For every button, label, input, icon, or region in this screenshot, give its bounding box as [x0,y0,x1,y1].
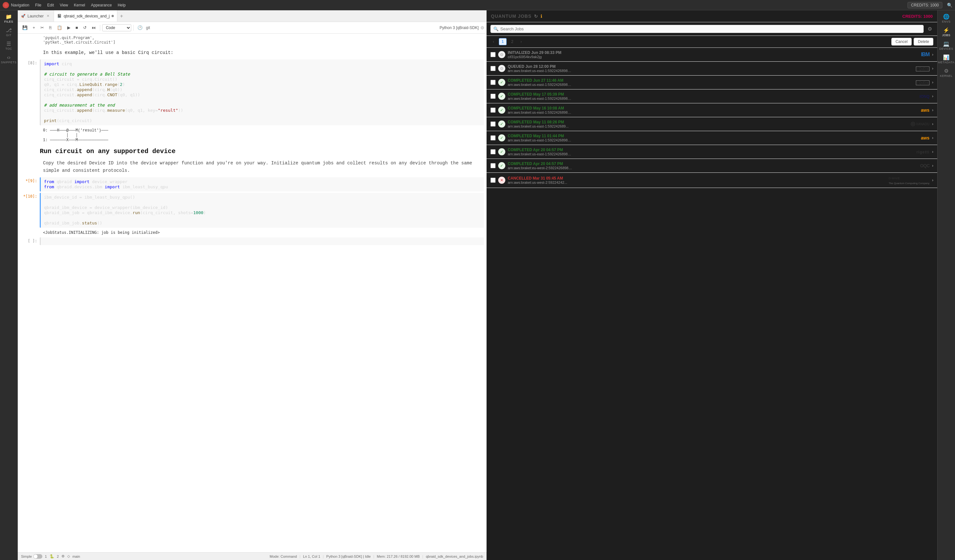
restart-run-button[interactable]: ⏭ [90,24,98,31]
delete-button[interactable]: Delete [914,38,933,45]
cancel-button[interactable]: Cancel [891,38,912,45]
menu-view[interactable]: View [57,2,71,8]
cell-9: *[9]: from qbraid import device_wrapper … [18,177,487,192]
cut-button[interactable]: ✂ [39,24,46,31]
run-button[interactable]: ▶ [65,24,72,31]
sidebar-item-envs[interactable]: 🌐 ENVS [938,12,955,25]
info-icon[interactable]: ℹ [540,14,542,19]
job-4-checkbox[interactable] [490,94,496,99]
menu-kernel[interactable]: Kernel [72,2,88,8]
job-item-4[interactable]: ✓ COMPLETED May 17 05:39 PM arn:aws:brak… [487,89,938,103]
toolbar-sep2 [133,25,133,31]
job-1-checkbox[interactable] [490,52,496,57]
job-2-checkbox[interactable] [490,66,496,71]
job-item-9[interactable]: ✓ COMPLETED Apr 20 04:57 PM arn:aws:brak… [487,159,938,173]
job-item-5[interactable]: ✓ COMPLETED May 16 10:08 AM arn:aws:brak… [487,103,938,117]
simple-toggle[interactable]: Simple [21,554,42,559]
job-item-3[interactable]: ✓ COMPLETED Jun 27 11:46 AM arn:aws:brak… [487,76,938,89]
job-1-arrow[interactable]: › [932,52,933,57]
save-button[interactable]: 💾 [20,24,30,31]
interrupt-button[interactable]: ■ [74,24,80,31]
job-9-logo: OQC [920,163,930,168]
jobs-label: JOBS [942,34,950,37]
tab-add-button[interactable]: + [117,10,125,22]
sidebar-item-toc[interactable]: ☰ TOC [0,39,17,52]
job-10-arrow[interactable]: › [932,178,933,183]
job-8-arrow[interactable]: › [932,150,933,154]
job-7-checkbox[interactable] [490,135,496,140]
sidebar-item-kernel[interactable]: ⚙ KERNEL [938,67,955,80]
prev-page-button[interactable]: ‹ [490,39,497,45]
page-2-button[interactable]: 2 [509,39,516,45]
sidebar-item-jobs[interactable]: ⚡ JOBS [938,26,955,39]
search-input-wrap[interactable]: 🔍 [490,25,924,33]
cell-heading-label [20,145,40,156]
cell-10-body[interactable]: ibm_device_id = ibm_least_busy_qpu() qbr… [40,193,484,228]
page-1-button[interactable]: 1 [499,38,507,45]
cell-9-body[interactable]: from qbraid import device_wrapper from q… [40,177,484,192]
job-3-info: COMPLETED Jun 27 11:46 AM arn:aws:braket… [508,78,913,87]
job-5-info: COMPLETED May 16 10:08 AM arn:aws:braket… [508,106,919,114]
job-2-arrow[interactable]: › [932,66,933,71]
search-icon: 🔍 [493,27,498,31]
sidebar-item-snippets[interactable]: ‹› SNIPPETS [0,53,17,66]
search-bar: 🔍 ⚙ [487,22,938,36]
job-4-status-icon: ✓ [498,93,505,100]
files-icon: 📁 [6,14,12,19]
job-3-checkbox[interactable] [490,80,496,85]
add-cell-button[interactable]: + [31,24,37,31]
cell-8-body[interactable]: import cirq # circuit to generate a Bell… [40,59,484,125]
mode-toggle-switch[interactable] [33,554,42,559]
job-9-info: COMPLETED Apr 20 04:57 PM arn:aws:braket… [508,161,918,170]
job-9-checkbox[interactable] [490,163,496,168]
cell-empty-body[interactable] [40,237,484,245]
job-item-7[interactable]: ✓ COMPLETED May 11 01:44 PM arn:aws:brak… [487,131,938,145]
job-2-id: arn:aws:braket:us-east-1:592242689881:..… [508,69,573,73]
search-icon[interactable]: 🔍 [947,3,952,8]
restart-button[interactable]: ↺ [81,24,89,31]
job-5-checkbox[interactable] [490,108,496,113]
sidebar-item-files[interactable]: 📁 FILES [0,12,17,25]
notebook-content[interactable]: 'pyquit.quit.Program', 'pytket._tket.cir… [18,34,487,552]
menu-appearance[interactable]: Appearance [88,2,114,8]
jobs-icon: ⚡ [943,28,949,33]
cell-type-select[interactable]: Code Markdown Raw [102,24,131,31]
tab-notebook[interactable]: 📓 qbraid_sdk_devices_and_j [54,10,117,22]
job-8-checkbox[interactable] [490,149,496,154]
menu-help[interactable]: Help [115,2,128,8]
menu-edit[interactable]: Edit [45,2,56,8]
job-item-10[interactable]: ✕ CANCELLED Mar 31 05:45 AM arn:aws:brak… [487,173,938,188]
memory-status: Mem: 217.26 / 8192.00 MB [377,554,420,558]
search-input[interactable] [501,27,921,31]
paste-button[interactable]: 📋 [55,24,64,31]
filter-button[interactable]: ⚙ [926,25,933,33]
tab-launcher[interactable]: 🚀 Launcher ✕ [18,10,54,22]
tab-modified-indicator [111,15,114,17]
job-5-logo: aws [921,108,930,113]
job-6-checkbox[interactable] [490,122,496,126]
job-6-arrow[interactable]: › [932,122,933,126]
job-item-2[interactable]: ⊙ QUEUED Jun 28 12:00 PM arn:aws:braket:… [487,62,938,76]
job-9-arrow[interactable]: › [932,164,933,168]
tab-launcher-close[interactable]: ✕ [45,14,50,19]
sidebar-item-metadata[interactable]: 📊 METADATA [938,53,955,66]
menu-file[interactable]: File [33,2,44,8]
settings-icon[interactable]: ⚙ [61,554,65,558]
sidebar-item-git[interactable]: ⎇ GIT [0,26,17,39]
filename: qbraid_sdk_devices_and_jobs.ipynb [426,554,483,558]
clock-button[interactable]: 🕐 [135,24,144,31]
job-7-arrow[interactable]: › [932,136,933,140]
sidebar-item-devices[interactable]: 💻 DEVICES [938,39,955,52]
job-3-arrow[interactable]: › [932,80,933,84]
copy-button[interactable]: ⎘ [47,24,54,31]
job-item-1[interactable]: ⊙ INITIALIZED Jun 29 08:33 PM cif31pc60l… [487,48,938,62]
job-10-checkbox[interactable] [490,178,496,183]
job-9-status-icon: ✓ [498,162,505,169]
job-item-6[interactable]: ✓ COMPLETED May 11 08:26 PM arn:aws:brak… [487,117,938,131]
job-5-arrow[interactable]: › [932,108,933,112]
refresh-icon[interactable]: ↻ [534,14,538,19]
simple-label: Simple [21,554,32,558]
job-4-arrow[interactable]: › [932,94,933,98]
next-page-button[interactable]: › [518,39,524,45]
job-item-8[interactable]: ✓ COMPLETED Apr 20 04:57 PM arn:aws:brak… [487,145,938,159]
